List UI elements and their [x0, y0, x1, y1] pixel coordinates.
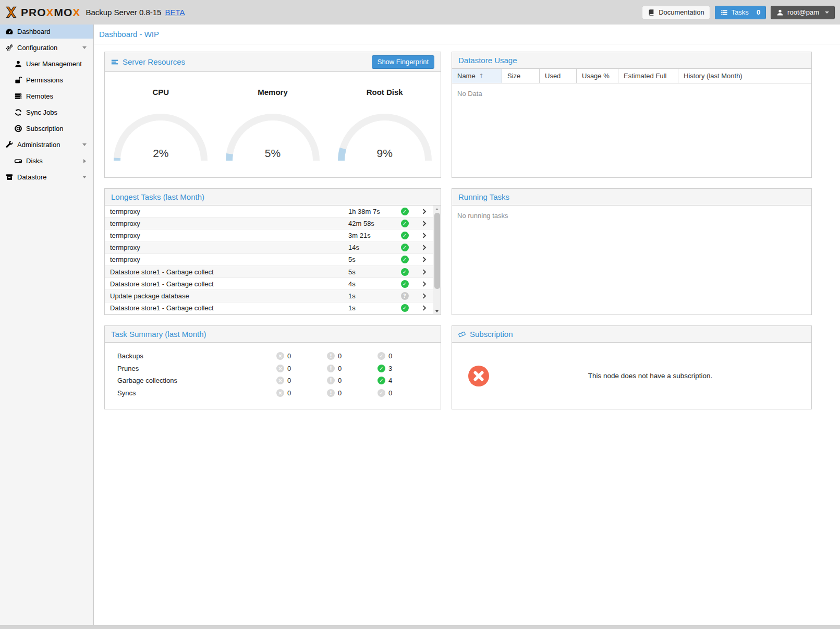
status-ok-icon: ✓: [401, 220, 409, 227]
sort-asc-icon: ↑: [479, 72, 484, 80]
warning-count-icon: !: [327, 377, 335, 384]
chevron-down-icon: [825, 11, 829, 14]
status-ok-icon: ✓: [401, 268, 409, 276]
chevron-right-icon: [421, 281, 428, 287]
main-area: Dashboard - WIP Server Resources Show Fi…: [94, 25, 840, 625]
scrollbar[interactable]: [433, 205, 441, 314]
task-row[interactable]: Datastore store1 - Garbage collect 5s ✓: [105, 266, 433, 278]
user-menu-button[interactable]: root@pam: [771, 6, 835, 19]
ok-count: 0: [388, 389, 392, 397]
subscription-header: Subscription: [452, 326, 811, 343]
scrollbar-thumb[interactable]: [434, 213, 440, 289]
warning-count: 0: [338, 377, 342, 384]
subscription-panel: Subscription This node does not have a s…: [452, 325, 812, 409]
open-task-button[interactable]: [415, 232, 433, 239]
column-header-used[interactable]: Used: [540, 69, 577, 83]
documentation-button[interactable]: Documentation: [642, 6, 710, 19]
open-task-button[interactable]: [415, 244, 433, 251]
proxmox-logo: PROXMOX: [4, 5, 80, 19]
memory-gauge: Memory 5%: [217, 88, 329, 161]
warning-count: 0: [338, 365, 342, 372]
column-header-estimated-full[interactable]: Estimated Full: [618, 69, 678, 83]
task-row[interactable]: termproxy 1h 38m 7s ✓: [105, 205, 433, 217]
caret-down-icon[interactable]: [82, 143, 87, 146]
server-resources-panel: Server Resources Show Fingerprint CPU: [104, 52, 441, 178]
chevron-right-icon: [421, 293, 428, 299]
caret-down-icon[interactable]: [82, 176, 87, 178]
gears-icon: [5, 44, 14, 52]
ticket-icon: [458, 331, 466, 338]
summary-row-prunes: Prunes ×0 !0 ✓3: [105, 362, 441, 375]
task-row[interactable]: termproxy 3m 21s ✓: [105, 229, 433, 241]
proxmox-x-icon: [4, 5, 18, 19]
open-task-button[interactable]: [415, 293, 433, 299]
sidebar-item-datastore[interactable]: Datastore: [0, 170, 93, 184]
error-count: 0: [287, 352, 291, 360]
sidebar-item-user-management[interactable]: User Management: [0, 57, 93, 71]
open-task-button[interactable]: [415, 256, 433, 263]
chevron-right-icon: [421, 269, 428, 275]
task-row[interactable]: termproxy 14s ✓: [105, 242, 433, 254]
sidebar-item-permissions[interactable]: Permissions: [0, 73, 93, 87]
sidebar-item-disks[interactable]: Disks: [0, 154, 93, 168]
no-data-text: No Data: [452, 83, 811, 104]
warning-count: 0: [338, 352, 342, 360]
ok-count: 3: [388, 365, 392, 372]
longest-tasks-header: Longest Tasks (last Month): [105, 189, 441, 205]
error-count-icon: ×: [276, 352, 284, 360]
tasks-button[interactable]: Tasks 0: [715, 6, 766, 19]
task-row[interactable]: termproxy 5s ✓: [105, 254, 433, 266]
ok-count-icon: ✓: [378, 377, 385, 384]
proxmox-wordmark: PROXMOX: [21, 6, 80, 19]
wrench-icon: [5, 141, 14, 149]
open-task-button[interactable]: [415, 305, 433, 311]
sidebar-item-sync-jobs[interactable]: Sync Jobs: [0, 105, 93, 119]
scroll-down-button[interactable]: [433, 308, 441, 314]
summary-row-syncs: Syncs ×0 !0 ✓0: [105, 387, 441, 400]
task-list-icon: [721, 9, 728, 16]
sidebar-item-configuration[interactable]: Configuration: [0, 41, 93, 55]
product-title: Backup Server 0.8-15: [86, 8, 161, 17]
task-row[interactable]: Datastore store1 - Garbage collect 1s ✓: [105, 303, 433, 314]
no-subscription-icon: [468, 366, 489, 386]
caret-down-icon[interactable]: [82, 46, 87, 49]
column-header-name[interactable]: Name↑: [452, 69, 502, 83]
show-fingerprint-button[interactable]: Show Fingerprint: [372, 55, 434, 69]
subscription-body: This node does not have a subscription.: [452, 343, 811, 409]
open-task-button[interactable]: [415, 281, 433, 287]
column-header-history[interactable]: History (last Month): [678, 69, 811, 83]
status-ok-icon: ✓: [401, 232, 409, 239]
sidebar-item-remotes[interactable]: Remotes: [0, 89, 93, 103]
task-row[interactable]: Update package database 1s ?: [105, 290, 433, 302]
beta-link[interactable]: BETA: [165, 8, 185, 17]
gauges-row: CPU 2% Memory: [105, 72, 441, 161]
open-task-button[interactable]: [415, 208, 433, 215]
task-row[interactable]: Datastore store1 - Garbage collect 4s ✓: [105, 278, 433, 290]
caret-right-icon[interactable]: [83, 159, 86, 163]
warning-count-icon: !: [327, 389, 335, 397]
running-tasks-header: Running Tasks: [452, 189, 811, 205]
server-resources-header: Server Resources Show Fingerprint: [105, 52, 441, 72]
open-task-button[interactable]: [415, 220, 433, 227]
sidebar-item-label: Subscription: [26, 125, 64, 132]
ok-count-icon: ✓: [378, 365, 385, 372]
task-row[interactable]: termproxy 42m 58s ✓: [105, 217, 433, 229]
gauge-value: 5%: [223, 147, 322, 160]
sidebar-item-label: Dashboard: [17, 28, 51, 35]
longest-tasks-panel: Longest Tasks (last Month) termproxy 1h …: [104, 188, 441, 315]
status-unknown-icon: ?: [401, 292, 409, 300]
column-header-usage-pct[interactable]: Usage %: [577, 69, 618, 83]
task-summary-header: Task Summary (last Month): [105, 326, 441, 343]
error-count: 0: [287, 365, 291, 372]
sidebar-item-administration[interactable]: Administration: [0, 138, 93, 152]
sidebar-item-subscription[interactable]: Subscription: [0, 122, 93, 136]
task-summary-body: Backups ×0 !0 ✓0 Prunes ×0 !0 ✓3 Gar: [105, 343, 441, 399]
open-task-button[interactable]: [415, 269, 433, 275]
warning-count-icon: !: [327, 352, 335, 360]
sidebar-item-label: Datastore: [17, 173, 46, 181]
sidebar-item-dashboard[interactable]: Dashboard: [0, 25, 93, 39]
scroll-up-button[interactable]: [433, 205, 441, 212]
status-ok-icon: ✓: [401, 244, 409, 251]
column-header-size[interactable]: Size: [502, 69, 540, 83]
warning-count: 0: [338, 389, 342, 397]
